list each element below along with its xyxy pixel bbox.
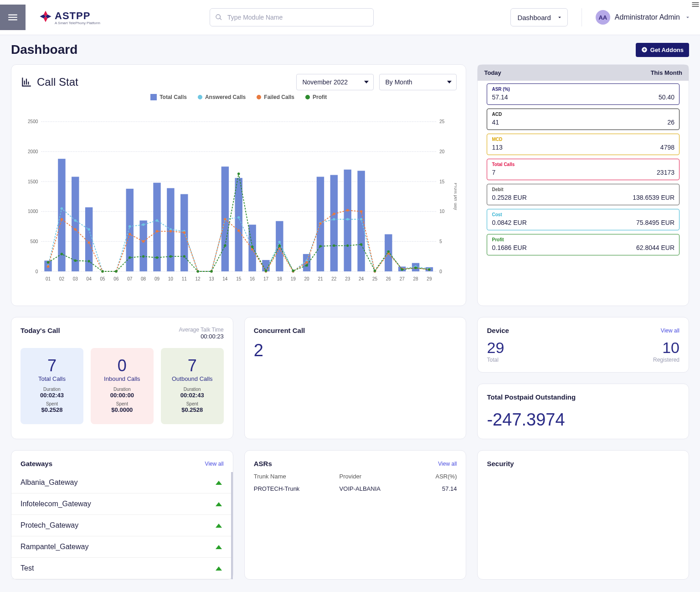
dashboard-select[interactable]: Dashboard	[510, 8, 567, 26]
page-title: Dashboard	[11, 42, 77, 57]
metric-label: ASR (%)	[492, 87, 674, 92]
svg-text:20: 20	[439, 149, 445, 154]
gateway-row[interactable]: Rampantel_Gateway	[11, 536, 231, 558]
asrs-view-all[interactable]: View all	[438, 461, 457, 467]
svg-point-143	[88, 260, 90, 262]
security-title: Security	[487, 460, 679, 467]
svg-text:25: 25	[372, 276, 378, 281]
metric-month: 62.8044 EUR	[636, 244, 674, 251]
svg-point-111	[47, 265, 49, 268]
svg-rect-67	[235, 178, 242, 271]
svg-point-133	[346, 209, 349, 211]
bar-chart-icon	[21, 76, 32, 88]
svg-text:05: 05	[100, 276, 105, 281]
get-addons-button[interactable]: Get Addons	[636, 43, 689, 57]
svg-text:02: 02	[59, 276, 65, 281]
divider	[582, 8, 582, 26]
svg-rect-76	[357, 171, 365, 271]
svg-text:1000: 1000	[28, 209, 38, 214]
svg-text:5: 5	[439, 239, 442, 244]
svg-text:08: 08	[141, 276, 146, 281]
svg-text:27: 27	[400, 276, 405, 281]
metric-label: ACD	[492, 112, 674, 117]
svg-point-96	[237, 216, 240, 218]
gateway-row[interactable]: Protech_Gateway	[11, 515, 231, 536]
gateways-card: Gateways View all Albania_GatewayInfotel…	[11, 450, 233, 580]
metric-today: 57.14	[492, 93, 508, 101]
hamburger-menu[interactable]	[0, 5, 26, 30]
svg-text:18: 18	[277, 276, 283, 281]
svg-point-164	[374, 270, 376, 272]
logo[interactable]: ASTPP A Smart TelePhony Platform	[39, 10, 100, 25]
triangle-up-icon	[216, 545, 222, 549]
svg-point-154	[237, 172, 240, 175]
gateway-row[interactable]: Albania_Gateway	[11, 472, 231, 493]
gateway-row[interactable]: Test	[11, 558, 231, 579]
call-stat-chart: 050010001500200025000510152025Profit per…	[21, 105, 457, 296]
metric-month: 23173	[657, 169, 674, 176]
period-select[interactable]: By Month	[379, 74, 457, 90]
svg-point-90	[156, 219, 158, 222]
metric-row: MCD 1134798	[487, 134, 679, 155]
svg-text:14: 14	[222, 276, 228, 281]
module-search-input[interactable]	[210, 8, 374, 26]
svg-point-161	[333, 244, 335, 247]
metrics-header: Today This Month	[478, 65, 689, 81]
call-box: 7 Outbound Calls Duration 00:02:43 Spent…	[161, 348, 224, 424]
dashboard-select-label: Dashboard	[517, 14, 551, 21]
svg-point-83	[61, 207, 63, 209]
metric-month: 75.8495 EUR	[636, 219, 674, 226]
svg-point-147	[142, 255, 144, 257]
metric-row: Total Calls 723173	[487, 159, 679, 180]
svg-point-117	[129, 233, 131, 235]
gateways-view-all[interactable]: View all	[205, 461, 224, 467]
svg-text:17: 17	[263, 276, 269, 281]
metric-row: ACD 4126	[487, 109, 679, 130]
chevron-down-icon	[556, 14, 563, 21]
svg-text:25: 25	[439, 119, 445, 124]
svg-point-114	[88, 241, 90, 244]
todays-call-title: Today's Call	[21, 327, 60, 334]
metric-today: 7	[492, 169, 495, 176]
month-select[interactable]: November 2022	[296, 74, 374, 90]
svg-point-145	[115, 270, 117, 272]
svg-point-142	[74, 260, 77, 262]
svg-point-131	[319, 222, 321, 224]
svg-text:26: 26	[386, 276, 391, 281]
svg-point-121	[183, 231, 185, 234]
metric-today: 0.2528 EUR	[492, 194, 526, 201]
metric-label: Debit	[492, 187, 674, 192]
svg-point-158	[292, 270, 294, 272]
device-view-all[interactable]: View all	[661, 327, 679, 334]
svg-point-134	[360, 210, 362, 213]
svg-text:06: 06	[113, 276, 119, 281]
svg-point-160	[319, 245, 321, 247]
svg-text:12: 12	[196, 276, 201, 281]
svg-text:11: 11	[182, 276, 187, 281]
gateways-title: Gateways	[21, 460, 52, 467]
triangle-up-icon	[216, 524, 222, 528]
svg-point-88	[129, 225, 131, 228]
svg-rect-60	[139, 220, 147, 271]
svg-point-103	[333, 218, 335, 220]
get-addons-label: Get Addons	[650, 47, 684, 53]
svg-point-119	[156, 230, 158, 232]
gateway-row[interactable]: Infotelecom_Gateway	[11, 493, 231, 515]
svg-text:07: 07	[127, 276, 133, 281]
svg-point-99	[278, 241, 281, 243]
metric-month: 26	[667, 119, 674, 126]
logo-icon	[39, 10, 52, 25]
svg-point-163	[360, 243, 362, 245]
svg-point-105	[360, 218, 362, 220]
call-box: 0 Inbound Calls Duration 00:00:00 Spent …	[91, 348, 154, 424]
main-grid: Call Stat November 2022 By Month Total C…	[0, 64, 700, 591]
concurrent-call-card: Concurrent Call 2	[244, 317, 467, 439]
svg-rect-74	[330, 175, 338, 271]
chart-menu-button[interactable]	[691, 0, 700, 10]
caret-down-icon	[447, 80, 452, 84]
user-menu[interactable]: AA Administrator Admin	[596, 10, 691, 25]
svg-text:500: 500	[31, 239, 38, 244]
outstanding-title: Total Postpaid Outstanding	[487, 393, 679, 401]
svg-point-85	[88, 228, 90, 230]
svg-point-112	[61, 218, 63, 220]
